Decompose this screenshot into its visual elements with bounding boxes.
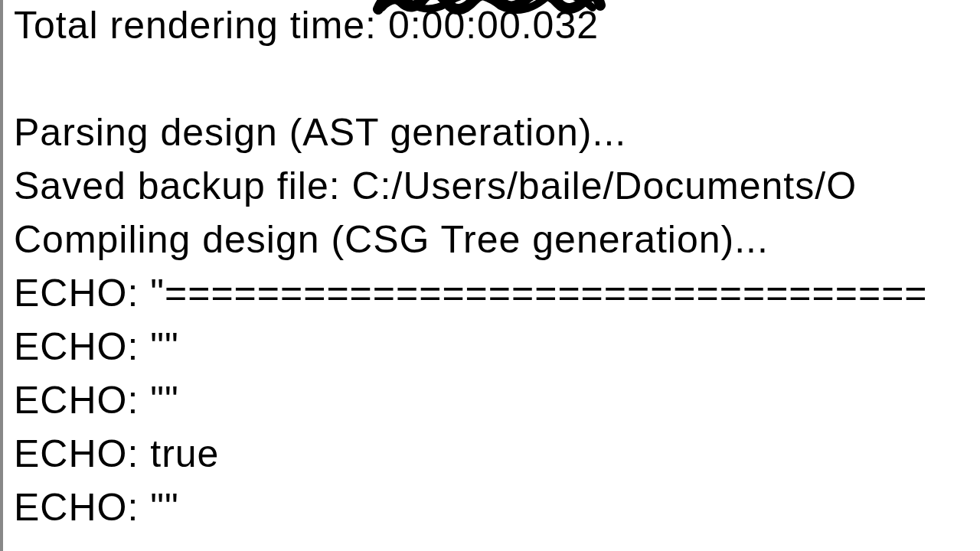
console-line: Total rendering time: 0:00:00.032: [14, 0, 980, 52]
console-line: ECHO: true: [14, 427, 980, 481]
console-line: Parsing design (AST generation)...: [14, 106, 980, 159]
console-output-panel: Total rendering time: 0:00:00.032 Parsin…: [0, 0, 980, 551]
console-line: Saved backup file: C:/Users/baile/Docume…: [14, 159, 980, 213]
blank-line: [14, 52, 980, 106]
console-line: Compiling design (CSG Tree generation)..…: [14, 213, 980, 266]
console-line: ECHO: "=================================: [14, 266, 980, 320]
console-line: ECHO: "": [14, 320, 980, 373]
console-line: ECHO: "": [14, 373, 980, 427]
console-line: ECHO: "": [14, 481, 980, 534]
